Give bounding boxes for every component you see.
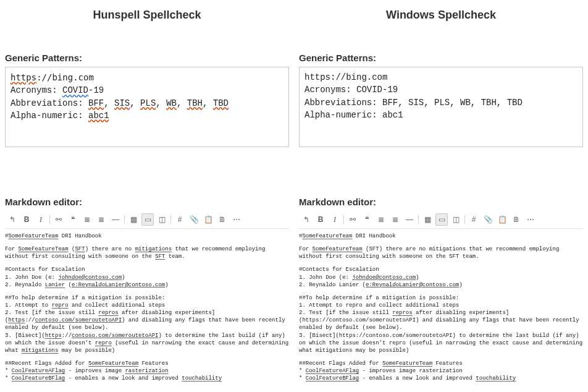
toolbar-separator <box>464 215 465 224</box>
acronym-value: COVID <box>62 85 88 95</box>
hr-button[interactable]: — <box>109 213 122 226</box>
bold-button[interactable]: B <box>314 213 327 226</box>
patterns-line-url: https://bing.com <box>10 71 284 84</box>
toolbar-separator <box>418 215 419 224</box>
view-mode-button[interactable]: ▭ <box>141 213 154 226</box>
hunspell-column: Hunspell Spellcheck Generic Patterns: ht… <box>5 6 289 388</box>
hash-button[interactable]: # <box>174 213 186 226</box>
save-button[interactable]: 🗎 <box>216 213 229 226</box>
italic-button[interactable]: I <box>329 213 341 226</box>
attachment-button[interactable]: 📎 <box>188 213 200 226</box>
italic-button[interactable]: I <box>35 213 47 226</box>
ordered-list-button[interactable]: ≣ <box>389 213 401 226</box>
toolbar-separator <box>124 215 125 224</box>
split-view-button[interactable]: ◫ <box>156 213 168 226</box>
patterns-textarea[interactable]: https://bing.com Acronyms: COVID-19 Abbr… <box>299 67 583 147</box>
undo-button[interactable]: ↰ <box>6 213 19 226</box>
quote-button[interactable]: ❝ <box>361 213 373 226</box>
paste-button[interactable]: 📋 <box>496 213 508 226</box>
markdown-editor-label: Markdown editor: <box>5 197 289 207</box>
unordered-list-button[interactable]: ≣ <box>375 213 387 226</box>
windows-title: Windows Spellcheck <box>299 9 583 22</box>
generic-patterns-label: Generic Patterns: <box>299 53 583 63</box>
toolbar-separator <box>49 215 50 224</box>
hunspell-title: Hunspell Spellcheck <box>5 9 289 22</box>
split-view-button[interactable]: ◫ <box>450 213 462 226</box>
markdown-editor-label: Markdown editor: <box>299 197 583 207</box>
toolbar-separator <box>343 215 344 224</box>
md-toolbar: ↰ B I ⚯ ❝ ≣ ≣ — ▦ ▭ ◫ # 📎 📋 🗎 ⋯ <box>299 211 583 229</box>
table-button[interactable]: ▦ <box>127 213 140 226</box>
toolbar-separator <box>170 215 171 224</box>
quote-button[interactable]: ❝ <box>67 213 79 226</box>
more-button[interactable]: ⋯ <box>230 213 243 226</box>
patterns-line-acronyms: Acronyms: COVID-19 <box>10 84 284 96</box>
link-button[interactable]: ⚯ <box>346 213 359 226</box>
url-rest-text: ://bing.com <box>36 72 94 82</box>
patterns-line-alnum: Alpha-numeric: abc1 <box>304 109 578 121</box>
unordered-list-button[interactable]: ≣ <box>81 213 93 226</box>
md-textarea[interactable]: #SomeFeatureTeam DRI Handbook For SomeFe… <box>299 232 583 382</box>
patterns-line-alnum: Alpha-numeric: abc1 <box>10 109 284 122</box>
attachment-button[interactable]: 📎 <box>482 213 494 226</box>
patterns-line-abbr: Abbreviations: BFF, SIS, PLS, WB, TBH, T… <box>304 96 578 109</box>
hr-button[interactable]: — <box>403 213 416 226</box>
md-textarea[interactable]: #SomeFeatureTeam DRI Handbook For SomeFe… <box>5 232 289 382</box>
patterns-line-abbr: Abbreviations: BFF, SIS, PLS, WB, TBH, T… <box>10 97 284 109</box>
md-toolbar: ↰ B I ⚯ ❝ ≣ ≣ — ▦ ▭ ◫ # 📎 📋 🗎 ⋯ <box>5 211 289 229</box>
bold-button[interactable]: B <box>20 213 33 226</box>
save-button[interactable]: 🗎 <box>510 213 523 226</box>
hash-button[interactable]: # <box>468 213 480 226</box>
url-protocol-text: https <box>10 72 36 82</box>
patterns-textarea[interactable]: https://bing.com Acronyms: COVID-19 Abbr… <box>5 67 289 147</box>
windows-column: Windows Spellcheck Generic Patterns: htt… <box>299 6 583 388</box>
patterns-line-acronyms: Acronyms: COVID-19 <box>304 83 578 96</box>
link-button[interactable]: ⚯ <box>52 213 65 226</box>
ordered-list-button[interactable]: ≣ <box>95 213 107 226</box>
view-mode-button[interactable]: ▭ <box>435 213 448 226</box>
undo-button[interactable]: ↰ <box>300 213 313 226</box>
table-button[interactable]: ▦ <box>421 213 434 226</box>
patterns-line-url: https://bing.com <box>304 71 578 83</box>
alnum-value: abc1 <box>88 111 109 121</box>
more-button[interactable]: ⋯ <box>524 213 537 226</box>
paste-button[interactable]: 📋 <box>202 213 214 226</box>
generic-patterns-label: Generic Patterns: <box>5 53 289 63</box>
